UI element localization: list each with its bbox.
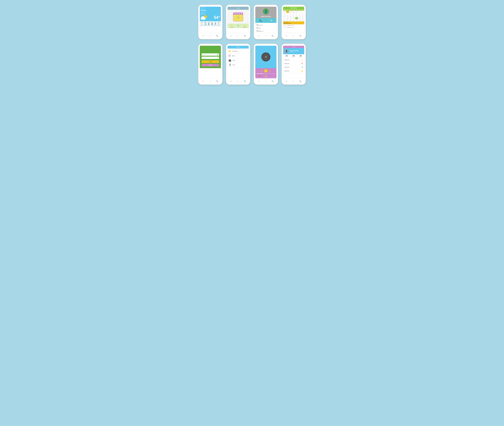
- video-header: Video: [228, 7, 249, 10]
- cal-cell-17[interactable]: 13: [292, 15, 295, 17]
- music-nav-favorite[interactable]: ⭐ Sample text here: [263, 75, 268, 78]
- cal-cell-31[interactable]: 27: [292, 19, 295, 21]
- cal-cell-11[interactable]: 7: [295, 13, 298, 15]
- search-button[interactable]: 🔍: [299, 80, 302, 82]
- back-button[interactable]: ↩: [202, 80, 204, 82]
- loop-label: Sample text here: [257, 77, 262, 78]
- search-button[interactable]: 🔍: [244, 35, 246, 37]
- speaker-inner: [265, 56, 267, 58]
- search-button[interactable]: 🔍: [299, 35, 302, 37]
- cal-cell-12[interactable]: 8: [298, 13, 301, 15]
- cal-cell-32[interactable]: 28: [295, 19, 298, 21]
- speaker-icon: [261, 52, 270, 61]
- cal-cell-22[interactable]: 18: [286, 17, 289, 19]
- call-button[interactable]: 📞: [255, 18, 266, 23]
- cal-cell-25[interactable]: 21: [295, 17, 298, 19]
- stat-num-2: 300: [291, 55, 297, 56]
- forecast-sun: Sun ⛅ 35°/20°: [218, 22, 220, 26]
- file-row-gallery[interactable]: 🖼 Gallery: [228, 54, 248, 58]
- search-button[interactable]: 🔍: [216, 80, 218, 82]
- password-input[interactable]: Password 🔒: [202, 57, 219, 59]
- cal-cell-15[interactable]: 11: [286, 15, 289, 17]
- phone-login: Username 👤 Password 🔒 Login Register ↩ ⌂…: [198, 43, 223, 85]
- cal-cell-2[interactable]: 27: [289, 11, 292, 13]
- cal-cell-30[interactable]: 26: [289, 19, 292, 21]
- back-button[interactable]: ↩: [258, 35, 260, 37]
- play-button[interactable]: [236, 16, 240, 19]
- cal-cell-3[interactable]: 28: [292, 11, 295, 13]
- cal-cell-8[interactable]: 4: [286, 13, 289, 15]
- fast-forward-button[interactable]: ⏭: [269, 70, 271, 72]
- search-button[interactable]: 🔍: [244, 80, 246, 82]
- account-list-row-2[interactable]: Sample text 📍: [283, 62, 304, 65]
- cal-cell-27[interactable]: 23: [301, 17, 304, 19]
- event-text-2: Sample text here: [287, 27, 294, 28]
- phone-files: My files 📁 Documents 🖼 Gallery 🎬 Video 🎵…: [226, 43, 250, 85]
- file-row-documents[interactable]: 📁 Documents: [228, 49, 248, 54]
- cal-cell-9[interactable]: 5: [289, 13, 292, 15]
- account-list-text-2: Sample text: [284, 63, 289, 64]
- file-row-music[interactable]: 🎵 Music: [228, 63, 248, 67]
- video-thumbnail[interactable]: [233, 13, 243, 21]
- music-nav-playlist[interactable]: ♪ Sample text here: [270, 75, 275, 78]
- account-list-row-4[interactable]: Sample text ⭐: [283, 69, 304, 73]
- cal-cell-6[interactable]: 2: [301, 11, 304, 13]
- back-button[interactable]: ↩: [258, 80, 260, 82]
- back-button[interactable]: ↩: [202, 35, 204, 37]
- cal-cell-0[interactable]: 25: [283, 11, 286, 13]
- video-tab-localfiles[interactable]: 📁 Localfiles: [230, 25, 233, 28]
- login-button[interactable]: Login: [202, 60, 219, 63]
- back-button[interactable]: ↩: [230, 80, 232, 82]
- file-row-video[interactable]: 🎬 Video: [228, 58, 248, 63]
- account-list-row-1[interactable]: Sample text ⚙: [283, 58, 304, 62]
- cal-cell-5[interactable]: 1: [298, 11, 301, 13]
- cal-cell-7[interactable]: 3: [283, 13, 286, 15]
- video-tab-menu[interactable]: ☰: [237, 25, 239, 28]
- cal-cell-21[interactable]: 17: [283, 17, 286, 19]
- home-button[interactable]: ⌂: [293, 80, 294, 82]
- back-button[interactable]: ↩: [230, 35, 232, 37]
- cal-cell-4[interactable]: 29: [295, 11, 298, 13]
- cal-cell-23[interactable]: 19: [289, 17, 292, 19]
- video-tab-uploaded[interactable]: ⭐ Uploaded: [243, 25, 246, 28]
- video-icon: 🎬: [228, 59, 231, 62]
- home-button[interactable]: ⌂: [265, 80, 266, 82]
- cal-cell-14[interactable]: 10: [283, 15, 286, 17]
- cal-cell-1[interactable]: 26: [286, 11, 289, 13]
- home-button[interactable]: ⌂: [265, 35, 266, 37]
- cal-cell-20[interactable]: 16: [301, 15, 304, 17]
- music-nav-loop[interactable]: ⭕ Sample text here: [257, 75, 262, 78]
- user-icon: 👤: [217, 54, 218, 55]
- cal-cell-10[interactable]: 6: [292, 13, 295, 15]
- home-button[interactable]: ⌂: [293, 35, 294, 37]
- cal-cell-16[interactable]: 12: [289, 15, 292, 17]
- cal-cell-29[interactable]: 25: [286, 19, 289, 21]
- back-button[interactable]: ↩: [286, 80, 287, 82]
- cal-cell-19[interactable]: 15: [298, 15, 301, 17]
- phone-weather: Some City Monday 💧 50% 💨 Sat.8 km/h 🕐 01…: [198, 5, 223, 39]
- home-button[interactable]: ⌂: [237, 35, 238, 37]
- home-button[interactable]: ⌂: [237, 80, 238, 82]
- cal-cell-18[interactable]: 14: [295, 15, 298, 17]
- search-button[interactable]: 🔍: [216, 35, 218, 37]
- email-button[interactable]: ✉: [266, 18, 276, 23]
- email-label: Email: [256, 24, 276, 25]
- home-button[interactable]: ⌂: [209, 80, 211, 82]
- play-pause-button[interactable]: ▶: [264, 69, 268, 73]
- film-hole-2: [237, 13, 237, 14]
- play-triangle-icon: [238, 17, 239, 18]
- cal-cell-26[interactable]: 22: [298, 17, 301, 19]
- cal-cell-13[interactable]: 9: [301, 13, 304, 15]
- search-button[interactable]: 🔍: [271, 35, 274, 37]
- rewind-button[interactable]: ⏮: [261, 70, 263, 72]
- account-list-row-3[interactable]: Sample text ❤: [283, 65, 304, 69]
- search-button[interactable]: 🔍: [271, 80, 274, 82]
- cal-cell-24[interactable]: 20: [292, 17, 295, 19]
- home-button[interactable]: ⌂: [209, 35, 211, 37]
- cal-cell-33[interactable]: 29: [298, 19, 301, 21]
- back-button[interactable]: ↩: [286, 35, 287, 37]
- cal-cell-28[interactable]: 24: [283, 19, 286, 21]
- cal-cell-34[interactable]: 30: [301, 19, 304, 21]
- username-input[interactable]: Username 👤: [202, 53, 219, 56]
- register-button[interactable]: Register: [202, 64, 219, 66]
